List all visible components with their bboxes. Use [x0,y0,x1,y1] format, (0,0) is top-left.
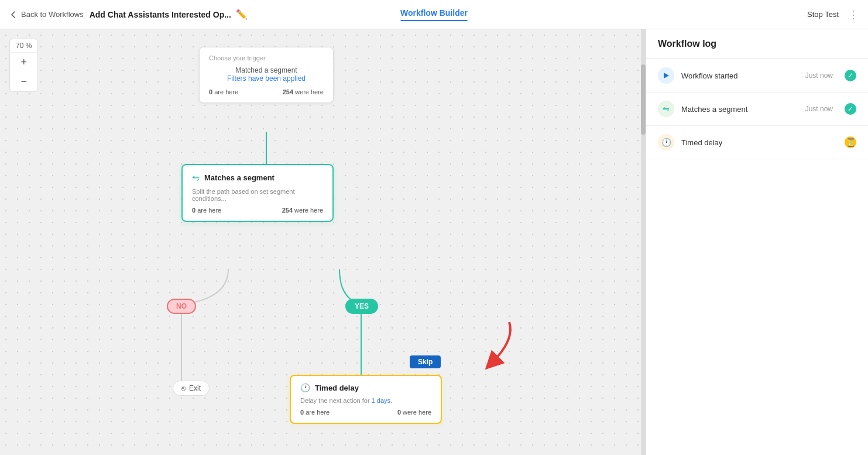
exit-node[interactable]: ⎋ Exit [173,381,210,396]
timed-days-link[interactable]: 1 days [372,397,390,404]
exit-icon: ⎋ [181,384,186,392]
log-item-status-1: ✓ [845,70,856,81]
more-options-icon[interactable]: ⋮ [848,8,859,21]
log-item-label-1: Workflow started [681,71,798,80]
clock-icon: 🕐 [300,383,310,392]
segment-description: Split the path based on set segment cond… [192,188,323,202]
arrow-annotation [433,316,527,375]
stop-test-button[interactable]: Stop Test [807,10,839,19]
trigger-label: Choose your trigger [209,54,324,61]
workflow-log-panel: Workflow log Workflow started Just now ✓… [646,29,868,455]
segment-are-here: 0 are here [192,207,221,214]
back-label: Back to Workflows [21,10,84,19]
workflow-canvas[interactable]: 70 % + − Choose your trigger Matched a s… [0,29,646,455]
header: Back to Workflows Add Chat Assistants In… [0,0,868,29]
log-item-status-3: ⏳ [845,136,856,148]
edit-icon[interactable]: ✏️ [236,9,248,20]
timed-delay-node[interactable]: 🕐 Timed delay Delay the next action for … [290,375,442,424]
log-list: Workflow started Just now ✓ ⇋ Matches a … [646,59,868,159]
zoom-percent: 70 % [10,39,37,53]
segment-icon: ⇋ [192,172,200,183]
trigger-are-here: 0 are here [209,88,238,95]
log-item-segment[interactable]: ⇋ Matches a segment Just now ✓ [646,93,868,126]
segment-header: ⇋ Matches a segment [192,172,323,183]
segment-node[interactable]: ⇋ Matches a segment Split the path based… [181,164,334,222]
vertical-scrollbar[interactable] [641,29,646,455]
zoom-out-button[interactable]: − [10,72,37,91]
workflow-title: Add Chat Assistants Interested Op... [90,10,231,19]
log-item-label-3: Timed delay [681,138,826,147]
main-layout: 70 % + − Choose your trigger Matched a s… [0,29,868,455]
segment-stats: 0 are here 254 were here [192,207,323,214]
log-item-time-1: Just now [805,71,833,80]
trigger-filters-link[interactable]: Filters have been applied [209,74,324,83]
timed-are-here: 0 are here [300,409,330,416]
log-item-status-2: ✓ [845,103,856,115]
trigger-node[interactable]: Choose your trigger Matched a segment Fi… [199,47,334,103]
timed-were-here: 0 were here [397,409,431,416]
trigger-matched: Matched a segment [209,66,324,74]
header-actions: Stop Test ⋮ [807,8,859,21]
segment-title: Matches a segment [204,173,275,182]
tab-workflow-builder[interactable]: Workflow Builder [400,8,468,21]
nav-tabs: Workflow Builder [400,8,468,21]
timed-title: Timed delay [315,384,359,392]
trigger-were-here: 254 were here [283,88,324,95]
trigger-stats: 0 are here 254 were here [209,88,324,95]
log-segment-icon: ⇋ [658,101,674,117]
log-item-time-2: Just now [805,105,833,113]
skip-button[interactable]: Skip [410,355,441,368]
back-to-workflows-link[interactable]: Back to Workflows [9,10,84,19]
zoom-in-button[interactable]: + [10,53,37,72]
yes-badge: YES [345,299,378,314]
svg-marker-3 [664,73,669,78]
panel-header: Workflow log [646,29,868,59]
timed-description: Delay the next action for 1 days. [300,397,431,404]
log-play-icon [658,67,674,84]
zoom-controls: 70 % + − [9,39,38,92]
log-clock-icon: 🕐 [658,134,674,150]
exit-label: Exit [189,384,201,392]
segment-were-here: 254 were here [282,207,323,214]
log-item-timed-delay[interactable]: 🕐 Timed delay ⏳ [646,126,868,159]
log-item-workflow-started[interactable]: Workflow started Just now ✓ [646,59,868,93]
timed-stats: 0 are here 0 were here [300,409,431,416]
timed-header: 🕐 Timed delay [300,383,431,392]
no-badge: NO [167,299,196,314]
scrollbar-thumb[interactable] [641,64,646,135]
panel-title: Workflow log [658,39,716,49]
log-item-label-2: Matches a segment [681,105,798,114]
